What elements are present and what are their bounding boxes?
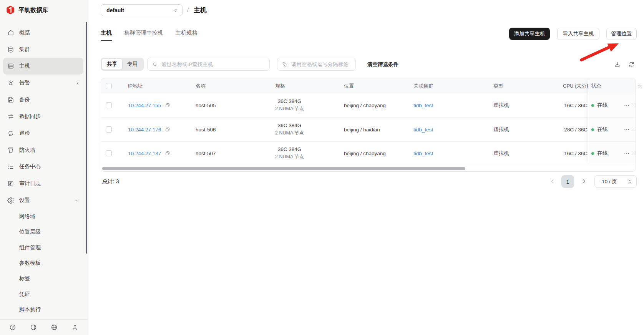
row-actions-menu-icon[interactable]: [623, 126, 631, 133]
button-label: 添加共享主机: [514, 30, 545, 37]
sidebar-item-component-management[interactable]: 组件管理: [3, 240, 83, 255]
toggle-label: 共享: [107, 61, 117, 68]
memory-column-peek: 内: [637, 83, 642, 90]
save-icon: [7, 96, 14, 103]
row-actions-menu-icon[interactable]: [623, 101, 631, 109]
sidebar-item-inspection[interactable]: 巡检: [3, 125, 83, 142]
checkbox[interactable]: [106, 126, 112, 133]
cluster-link[interactable]: tidb_test: [413, 127, 433, 133]
cluster-link[interactable]: tidb_test: [413, 151, 433, 156]
sidebar-item-backup[interactable]: 备份: [3, 91, 83, 108]
status-cell: 在线: [588, 93, 636, 117]
spec-line1: 36C 384G: [278, 98, 302, 104]
sidebar-item-settings[interactable]: 设置: [3, 192, 83, 209]
copy-icon[interactable]: [165, 151, 170, 156]
next-page-icon[interactable]: [581, 178, 587, 184]
sidebar-menu: 概览 集群 主机 告警 备份 数据同步 巡检 防火墙: [3, 24, 83, 317]
tab-hosts[interactable]: 主机: [101, 29, 112, 41]
online-status-dot: [591, 128, 594, 131]
sidebar-item-clusters[interactable]: 集群: [3, 41, 83, 58]
checkbox[interactable]: [106, 102, 112, 108]
copy-icon[interactable]: [165, 103, 170, 108]
sidebar: 平凯数据库 概览 集群 主机 告警 备份 数据同步 巡检: [0, 0, 88, 335]
copy-icon[interactable]: [165, 127, 170, 132]
help-icon[interactable]: [9, 324, 16, 331]
row-checkbox[interactable]: [106, 118, 112, 141]
manage-location-button[interactable]: 管理位置: [606, 28, 637, 40]
cluster-link[interactable]: tidb_test: [413, 103, 433, 108]
tag-filter-box[interactable]: [277, 58, 356, 71]
add-shared-host-button[interactable]: 添加共享主机: [509, 28, 550, 40]
tab-control-machines[interactable]: 集群管理中控机: [124, 29, 163, 41]
ip-link[interactable]: 10.244.27.176: [128, 127, 161, 133]
user-icon[interactable]: [71, 324, 78, 331]
import-shared-host-button[interactable]: 导入共享主机: [557, 28, 599, 40]
sidebar-item-data-sync[interactable]: 数据同步: [3, 108, 83, 125]
checkbox[interactable]: [106, 150, 112, 156]
sidebar-item-credentials[interactable]: 凭证: [3, 287, 83, 302]
col-ip: IP地址: [128, 78, 143, 93]
host-search-box[interactable]: [147, 58, 270, 71]
tab-bar: 主机 集群管理中控机 主机规格: [101, 29, 198, 41]
sidebar-item-firewall[interactable]: 防火墙: [3, 142, 83, 159]
scrollbar-thumb[interactable]: [102, 167, 465, 170]
location-cell: beijing / haidian: [344, 118, 380, 141]
theme-moon-icon[interactable]: [30, 324, 37, 331]
spec-line2: 2 NUMA 节点: [275, 130, 304, 136]
col-cluster: 关联集群: [413, 78, 433, 93]
refresh-icon[interactable]: [628, 61, 635, 68]
row-checkbox[interactable]: [106, 142, 112, 165]
status-cell: 在线: [588, 141, 636, 165]
brand-logo: 平凯数据库: [5, 5, 48, 15]
prev-page-icon[interactable]: [549, 178, 556, 184]
toggle-dedicated[interactable]: 专用: [122, 59, 143, 70]
sub-item-label: 组件管理: [19, 244, 41, 251]
host-search-input[interactable]: [161, 61, 265, 67]
page-number-button[interactable]: 1: [561, 175, 574, 188]
col-type: 类型: [493, 78, 503, 93]
spec-line1: 36C 384G: [278, 146, 302, 152]
spec-cell: 36C 384G 2 NUMA 节点: [275, 93, 304, 117]
online-status-dot: [591, 104, 594, 107]
col-location: 位置: [344, 78, 354, 93]
tag-filter-input[interactable]: [291, 61, 351, 67]
checkbox[interactable]: [106, 83, 112, 89]
status-label: 在线: [597, 126, 607, 133]
table-row: 10.244.27.155 host-505 36C 384G 2 NUMA 节…: [101, 93, 636, 117]
sidebar-item-hosts[interactable]: 主机: [3, 58, 83, 75]
scope-select[interactable]: default: [101, 4, 183, 16]
audit-document-icon: [7, 180, 14, 187]
cluster-cell: tidb_test: [413, 93, 433, 117]
sidebar-item-parameter-templates[interactable]: 参数模板: [3, 255, 83, 271]
sidebar-item-audit-logs[interactable]: 审计日志: [3, 175, 83, 192]
status-label: 在线: [597, 102, 607, 109]
sidebar-item-tags[interactable]: 标签: [3, 271, 83, 286]
select-all-checkbox[interactable]: [106, 78, 112, 93]
sidebar-item-location-hierarchy[interactable]: 位置层级: [3, 224, 83, 240]
table-header-row: IP地址 名称 规格 位置 关联集群 类型 CPU (未分配量): [101, 78, 636, 93]
row-checkbox[interactable]: [106, 93, 112, 117]
ip-link[interactable]: 10.244.27.137: [128, 151, 161, 156]
toggle-shared[interactable]: 共享: [102, 59, 122, 70]
clear-filters-link[interactable]: 清空筛选条件: [367, 61, 398, 68]
breadcrumb-separator: /: [187, 7, 189, 13]
sidebar-item-network-domain[interactable]: 网络域: [3, 209, 83, 224]
sidebar-item-task-center[interactable]: 任务中心: [3, 159, 83, 176]
sidebar-item-label: 集群: [19, 46, 30, 53]
type-cell: 虚拟机: [493, 142, 509, 165]
alarm-icon: [7, 80, 14, 86]
ip-link[interactable]: 10.244.27.155: [128, 103, 161, 108]
total-count: 总计: 3: [102, 178, 119, 185]
sidebar-item-alerts[interactable]: 告警: [3, 75, 83, 91]
download-icon[interactable]: [614, 61, 621, 68]
sidebar-item-overview[interactable]: 概览: [3, 24, 83, 41]
sidebar-scrollbar[interactable]: [86, 22, 87, 254]
gear-icon: [7, 197, 14, 204]
row-actions-menu-icon[interactable]: [623, 149, 631, 157]
sidebar-item-script-execution[interactable]: 脚本执行: [3, 302, 83, 317]
button-label: 管理位置: [611, 30, 632, 37]
cpu-cell: 16C / 36C: [564, 93, 588, 117]
tab-host-specs[interactable]: 主机规格: [176, 29, 198, 41]
page-size-select[interactable]: 10 / 页: [594, 175, 637, 188]
language-globe-icon[interactable]: [51, 324, 58, 331]
